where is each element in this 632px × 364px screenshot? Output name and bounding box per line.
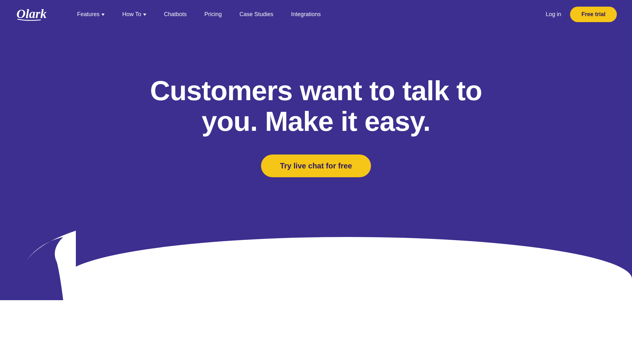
nav-item-chatbots[interactable]: Chatbots	[155, 11, 196, 18]
chevron-down-icon	[143, 14, 146, 16]
nav-item-features[interactable]: Features	[68, 11, 113, 18]
white-bottom-section	[0, 300, 632, 319]
nav-item-integrations[interactable]: Integrations	[282, 11, 330, 18]
hero-headline: Customers want to talk to you. Make it e…	[150, 76, 482, 137]
nav-item-howto[interactable]: How To	[113, 11, 155, 18]
logo[interactable]: Olark	[15, 5, 53, 24]
nav-item-pricing[interactable]: Pricing	[196, 11, 231, 18]
bubble-white-body	[63, 237, 632, 300]
navbar: Olark Features How To Chatbots Pricing C…	[0, 0, 632, 28]
nav-links: Features How To Chatbots Pricing Case St…	[68, 11, 539, 18]
hero-section: Customers want to talk to you. Make it e…	[0, 28, 632, 231]
login-link[interactable]: Log in	[539, 11, 568, 18]
nav-right: Log in Free trial	[539, 7, 617, 22]
free-trial-button[interactable]: Free trial	[570, 7, 617, 22]
nav-item-case-studies[interactable]: Case Studies	[231, 11, 282, 18]
bubble-tail-svg	[0, 231, 76, 300]
chevron-down-icon	[101, 14, 105, 16]
svg-text:Olark: Olark	[16, 7, 47, 21]
speech-bubble-decoration	[0, 231, 632, 300]
hero-cta-button[interactable]: Try live chat for free	[261, 155, 371, 177]
